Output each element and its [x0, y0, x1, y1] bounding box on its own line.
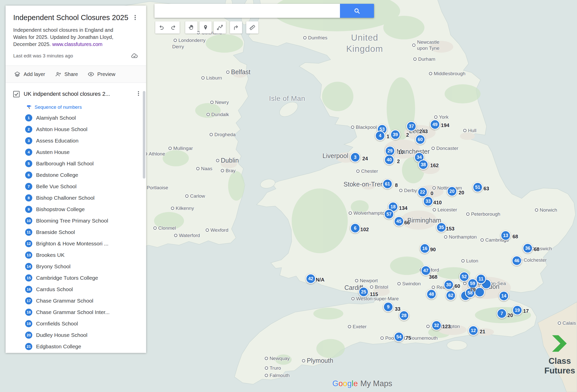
panel-actions: Add layer Share Preview [6, 66, 146, 83]
marker-count-label: 90 [430, 247, 436, 253]
layer-section: UK indpendent school closures 2... Seque… [6, 83, 146, 352]
search-input[interactable] [154, 4, 340, 18]
school-list-item[interactable]: 1 Alamiyah School [6, 112, 146, 123]
school-name: Brighton & Hove Montessori ... [36, 241, 116, 247]
marker-count-label: 60 [455, 283, 460, 289]
marker-count-label: 153 [446, 226, 454, 232]
school-name: Blooming Tree Primary School [36, 218, 116, 224]
school-list-item[interactable]: 19 Cornfields School [6, 318, 146, 329]
school-list: 1 Alamiyah School 2 Ashton House School … [6, 112, 146, 352]
school-name: Bishop Challoner School [36, 195, 102, 201]
school-number-badge: 17 [25, 297, 32, 304]
undo-button[interactable] [155, 21, 167, 34]
layer-options-button[interactable] [134, 89, 143, 99]
google-logo-letter: g [347, 379, 352, 388]
marker-count-label: 68 [534, 246, 539, 252]
school-list-item[interactable]: 8 Bishop Challoner School [6, 192, 146, 203]
marker-count-label: 68 [512, 234, 518, 240]
school-list-item[interactable]: 12 Brighton & Hove Montessori ... [6, 238, 146, 249]
pan-tool-button[interactable] [185, 21, 197, 34]
school-number-badge: 1 [25, 114, 32, 121]
layer-name[interactable]: UK indpendent school closures 2... [24, 91, 130, 97]
school-list-item[interactable]: 3 Assess Education [6, 135, 146, 146]
panel-scrollbar[interactable] [143, 91, 145, 179]
school-list-item[interactable]: 7 Belle Vue School [6, 181, 146, 192]
school-name: Assess Education [36, 138, 86, 144]
school-name: Dudley House School [36, 332, 95, 338]
add-layer-button[interactable]: Add layer [14, 71, 45, 77]
school-list-item[interactable]: 4 Austen House [6, 146, 146, 158]
school-list-item[interactable]: 10 Blooming Tree Primary School [6, 215, 146, 226]
directions-icon [233, 24, 239, 31]
ruler-icon [249, 24, 256, 31]
school-name: Belle Vue School [36, 183, 84, 190]
undo-icon [158, 24, 165, 31]
google-logo-letter: l [352, 379, 353, 388]
add-layer-label: Add layer [24, 71, 45, 77]
marker-count-label: 33 [395, 306, 400, 312]
school-number-badge: 15 [25, 274, 32, 281]
school-number-badge: 18 [25, 309, 32, 316]
school-name: Carrdus School [36, 286, 81, 292]
layer-style-button[interactable]: Sequence of numbers [26, 104, 146, 110]
add-directions-button[interactable] [230, 21, 242, 34]
school-list-item[interactable]: 2 Ashton House School [6, 123, 146, 135]
kebab-menu-icon [135, 90, 142, 97]
marker-count-label: N/A [316, 277, 324, 283]
share-button[interactable]: Share [55, 71, 78, 77]
marker-count-label: 368 [429, 274, 437, 280]
school-list-item[interactable]: 20 Dudley House School [6, 329, 146, 341]
school-number-badge: 16 [25, 286, 32, 293]
school-list-item[interactable]: 14 Bryony School [6, 261, 146, 272]
marker-count-label: 1 [386, 134, 389, 139]
hand-pan-icon [188, 24, 195, 31]
school-name: Barlborough Hall School [36, 161, 101, 167]
description-link[interactable]: www.classfutures.com [52, 41, 102, 47]
draw-line-tool-button[interactable] [214, 21, 226, 34]
school-list-item[interactable]: 9 Bishopstrow College [6, 203, 146, 215]
measure-tool-button[interactable] [246, 21, 258, 34]
school-name: Edgbaston College [36, 343, 89, 350]
logo-line2: Futures [538, 366, 577, 375]
school-list-item[interactable]: 18 Chase Grammar School Inter... [6, 306, 146, 318]
school-list-item[interactable]: 16 Carrdus School [6, 284, 146, 295]
school-list-item[interactable]: 15 Cambridge Tutors College [6, 272, 146, 284]
school-list-item[interactable]: 21 Edgbaston College [6, 341, 146, 352]
school-number-badge: 10 [25, 217, 32, 224]
draw-line-icon [216, 24, 223, 31]
marker-count-label: 8 [395, 182, 398, 188]
add-marker-tool-button[interactable] [199, 21, 212, 34]
google-logo-letter: o [343, 379, 347, 388]
school-list-item[interactable]: 5 Barlborough Hall School [6, 158, 146, 169]
layer-style-label: Sequence of numbers [35, 104, 82, 110]
school-list-item[interactable]: 6 Bedstone College [6, 169, 146, 181]
marker-count-label: 24 [362, 156, 368, 162]
search-bar [154, 4, 374, 18]
google-logo-text: Google [332, 379, 358, 388]
google-logo-letter: o [338, 379, 343, 388]
google-my-maps-watermark: Google My Maps [332, 379, 392, 388]
checkmark-icon [14, 92, 19, 97]
google-my-maps-app: { "colors":{"marker_blue":"#2e7ddb","acc… [0, 0, 577, 392]
marker-count-label: 243 [419, 129, 428, 134]
map-info-panel: Independent School Closures 2025 Indepen… [6, 6, 146, 353]
preview-button[interactable]: Preview [88, 71, 115, 77]
school-list-item[interactable]: 13 Brookes UK [6, 249, 146, 261]
school-list-item[interactable]: 17 Chase Grammar School [6, 295, 146, 306]
school-name: Austen House [36, 149, 77, 155]
school-list-item[interactable]: 11 Braeside School [6, 226, 146, 238]
school-number-badge: 2 [25, 126, 32, 133]
search-button[interactable] [340, 4, 374, 18]
marker-count-label: 17 [523, 308, 529, 314]
logo-line1: Class [538, 356, 577, 366]
map-overflow-menu-button[interactable] [131, 13, 139, 23]
school-name: Chase Grammar School Inter... [36, 309, 117, 315]
last-edit-text[interactable]: Last edit was 3 minutes ago [13, 53, 73, 59]
marker-count-label: 2 [397, 159, 400, 164]
cloud-saved-icon [131, 52, 138, 59]
marker-count-label: 79 [470, 287, 476, 293]
layer-visibility-checkbox[interactable] [13, 91, 20, 97]
marker-count-label: 0 [430, 191, 433, 196]
redo-button[interactable] [167, 21, 180, 34]
share-label: Share [65, 71, 78, 77]
